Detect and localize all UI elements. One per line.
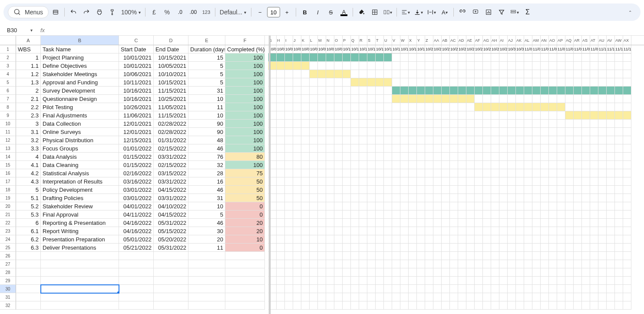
gantt-cell[interactable]: [574, 202, 582, 210]
gantt-cell[interactable]: [301, 95, 310, 103]
gantt-cell[interactable]: [466, 62, 475, 70]
gantt-cell[interactable]: [277, 103, 285, 111]
gantt-cell[interactable]: [458, 103, 466, 111]
gantt-cell[interactable]: [367, 194, 376, 202]
gantt-cell[interactable]: [450, 144, 458, 153]
gantt-cell[interactable]: [318, 219, 326, 227]
gantt-cell[interactable]: [384, 301, 392, 310]
gantt-cell[interactable]: [574, 210, 582, 219]
gantt-cell[interactable]: [549, 128, 557, 136]
gantt-cell[interactable]: [574, 120, 582, 128]
cell[interactable]: 02/15/2022: [154, 144, 188, 153]
gantt-cell[interactable]: [541, 161, 549, 169]
gantt-cell[interactable]: [384, 169, 392, 177]
gantt-cell[interactable]: [409, 111, 417, 120]
row-header[interactable]: 21: [0, 210, 16, 219]
gantt-cell[interactable]: [285, 144, 293, 153]
gantt-cell[interactable]: [285, 95, 293, 103]
gantt-cell[interactable]: [491, 136, 499, 144]
gantt-cell[interactable]: [450, 285, 458, 293]
gantt-cell[interactable]: [367, 268, 376, 277]
gantt-cell[interactable]: [565, 128, 574, 136]
gantt-cell[interactable]: [615, 169, 623, 177]
gantt-cell[interactable]: [565, 62, 574, 70]
gantt-cell[interactable]: [277, 136, 285, 144]
gantt-cell[interactable]: [499, 177, 508, 186]
cell[interactable]: Task Name: [41, 45, 119, 53]
cells-area[interactable]: WBSTask NameStart DateEnd DateDuration (…: [16, 45, 644, 314]
cell[interactable]: Focus Groups: [41, 144, 119, 153]
cell[interactable]: 3: [16, 120, 41, 128]
gantt-cell[interactable]: [623, 202, 631, 210]
gantt-cell[interactable]: [458, 78, 466, 87]
gantt-cell[interactable]: [293, 252, 301, 260]
gantt-cell[interactable]: [532, 227, 541, 235]
gantt-cell[interactable]: [450, 87, 458, 95]
gantt-cell[interactable]: [326, 202, 334, 210]
row-header[interactable]: 17: [0, 177, 16, 186]
gantt-cell[interactable]: [598, 301, 607, 310]
gantt-cell[interactable]: [326, 78, 334, 87]
gantt-cell[interactable]: [326, 153, 334, 161]
gantt-cell[interactable]: [285, 169, 293, 177]
gantt-cell[interactable]: [590, 153, 598, 161]
gantt-cell[interactable]: [277, 153, 285, 161]
gantt-cell[interactable]: [310, 252, 318, 260]
gantt-cell[interactable]: [310, 95, 318, 103]
gantt-cell[interactable]: [376, 62, 384, 70]
gantt-cell[interactable]: [293, 219, 301, 227]
gantt-cell[interactable]: [475, 103, 483, 111]
cell[interactable]: 05/31/2022: [154, 244, 188, 252]
gantt-cell[interactable]: [598, 186, 607, 194]
cell[interactable]: Data Cleaning: [41, 161, 119, 169]
gantt-cell[interactable]: [326, 161, 334, 169]
cell[interactable]: 75: [225, 169, 265, 177]
insert-link-button[interactable]: [456, 6, 469, 18]
gantt-cell[interactable]: [376, 95, 384, 103]
gantt-cell[interactable]: [541, 210, 549, 219]
date-header-cell[interactable]: 10/0: [277, 45, 285, 53]
gantt-cell[interactable]: [301, 268, 310, 277]
gantt-cell[interactable]: [425, 194, 433, 202]
gantt-cell[interactable]: [285, 128, 293, 136]
gantt-cell[interactable]: [590, 235, 598, 244]
gantt-cell[interactable]: [582, 95, 590, 103]
gantt-cell[interactable]: [499, 70, 508, 78]
gantt-cell[interactable]: [582, 153, 590, 161]
gantt-cell[interactable]: [334, 194, 343, 202]
gantt-cell[interactable]: [524, 111, 532, 120]
gantt-cell[interactable]: [400, 161, 409, 169]
gantt-cell[interactable]: [557, 202, 565, 210]
gantt-cell[interactable]: [277, 285, 285, 293]
gantt-cell[interactable]: [516, 177, 524, 186]
date-header-cell[interactable]: 10/3: [508, 45, 516, 53]
gantt-cell[interactable]: [516, 95, 524, 103]
gantt-cell[interactable]: [483, 210, 491, 219]
gantt-cell[interactable]: [499, 136, 508, 144]
gantt-cell[interactable]: [301, 285, 310, 293]
row-header[interactable]: 18: [0, 186, 16, 194]
date-header-cell[interactable]: 11/0: [574, 45, 582, 53]
gantt-cell[interactable]: [466, 227, 475, 235]
column-header[interactable]: AG: [483, 36, 491, 45]
gantt-cell[interactable]: [508, 194, 516, 202]
gantt-cell[interactable]: [384, 103, 392, 111]
gantt-cell[interactable]: [359, 161, 367, 169]
gantt-cell[interactable]: [615, 144, 623, 153]
gantt-cell[interactable]: [483, 111, 491, 120]
gantt-cell[interactable]: [574, 177, 582, 186]
gantt-cell[interactable]: [582, 128, 590, 136]
gantt-cell[interactable]: [318, 277, 326, 285]
cell[interactable]: [41, 277, 119, 285]
column-header[interactable]: AO: [549, 36, 557, 45]
row-header[interactable]: 20: [0, 202, 16, 210]
gantt-cell[interactable]: [557, 285, 565, 293]
gantt-cell[interactable]: [417, 153, 425, 161]
cell[interactable]: 10/16/2021: [119, 87, 154, 95]
cell[interactable]: 10/16/2021: [119, 95, 154, 103]
gantt-cell[interactable]: [524, 285, 532, 293]
row-header[interactable]: 11: [0, 128, 16, 136]
font-size-decrease[interactable]: −: [254, 6, 266, 18]
gantt-cell[interactable]: [541, 128, 549, 136]
gantt-cell[interactable]: [598, 210, 607, 219]
